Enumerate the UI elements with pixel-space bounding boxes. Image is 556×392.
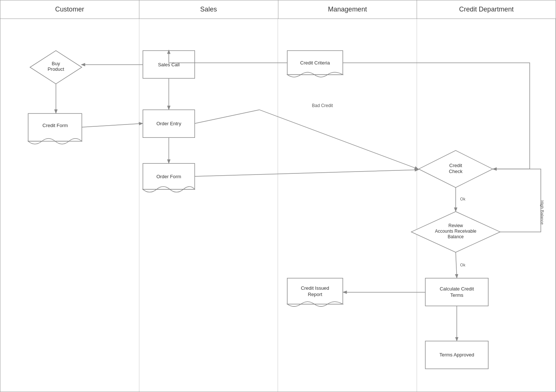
svg-text:Check: Check: [449, 169, 463, 174]
svg-text:Ok: Ok: [460, 197, 466, 201]
terms-approved-shape: Terms Approved: [425, 341, 488, 369]
credit-check-shape: Credit Check: [418, 150, 493, 187]
lane-body: Buy Product Credit Form Sales Call Orde: [0, 19, 556, 392]
svg-text:Credit Criteria: Credit Criteria: [300, 60, 330, 66]
svg-text:Terms: Terms: [450, 292, 464, 298]
svg-line-30: [82, 123, 142, 127]
svg-text:Order Entry: Order Entry: [156, 121, 182, 126]
svg-text:Order Form: Order Form: [156, 174, 181, 179]
svg-text:Product: Product: [47, 66, 64, 72]
svg-text:Credit: Credit: [449, 163, 462, 168]
lane-header-credit: Credit Department: [417, 0, 556, 19]
svg-text:Ok: Ok: [460, 263, 466, 267]
buy-product-shape: Buy Product: [30, 51, 82, 84]
svg-text:Accounts Receivable: Accounts Receivable: [435, 229, 476, 234]
svg-text:Terms Approved: Terms Approved: [439, 352, 474, 358]
svg-text:High Balance: High Balance: [540, 200, 545, 225]
svg-text:Report: Report: [308, 292, 322, 297]
svg-text:Balance: Balance: [448, 234, 464, 239]
credit-form-shape: Credit Form: [28, 113, 82, 144]
svg-text:Review: Review: [449, 223, 463, 228]
svg-text:Credit Form: Credit Form: [43, 123, 68, 128]
review-ar-shape: Review Accounts Receivable Balance: [411, 212, 500, 252]
lane-header-sales: Sales: [139, 0, 278, 19]
lane-header-customer: Customer: [0, 0, 139, 19]
svg-text:Bad Credit: Bad Credit: [312, 103, 333, 108]
svg-text:Buy: Buy: [52, 61, 60, 66]
flowchart-svg: Buy Product Credit Form Sales Call Orde: [0, 19, 556, 392]
lane-header-management: Management: [278, 0, 417, 19]
lane-headers: Customer Sales Management Credit Departm…: [0, 0, 556, 19]
calculate-terms-shape: Calculate Credit Terms: [425, 278, 488, 306]
order-form-shape: Order Form: [143, 163, 195, 192]
svg-text:Calculate Credit: Calculate Credit: [440, 286, 474, 292]
svg-text:Credit Issued: Credit Issued: [301, 285, 329, 291]
credit-issued-report-shape: Credit Issued Report: [287, 278, 343, 306]
flowchart-diagram: Customer Sales Management Credit Departm…: [0, 0, 556, 392]
order-entry-shape: Order Entry: [143, 110, 195, 137]
credit-criteria-shape: Credit Criteria: [287, 51, 343, 77]
svg-line-37: [456, 252, 457, 278]
